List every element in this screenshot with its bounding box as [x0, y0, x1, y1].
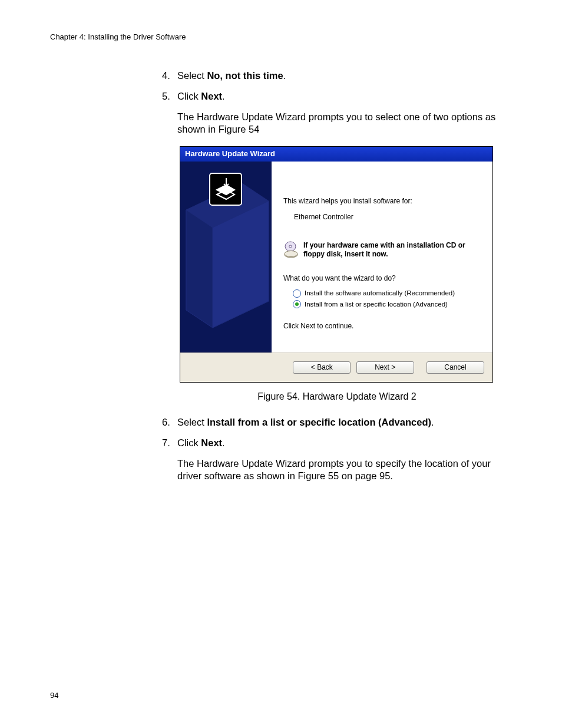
text: .	[222, 437, 225, 448]
cd-icon	[283, 241, 299, 259]
wizard-question: What do you want the wizard to do?	[283, 274, 483, 283]
step-number: 4.	[162, 70, 177, 82]
cancel-button[interactable]: Cancel	[427, 361, 484, 374]
wizard-intro: This wizard helps you install software f…	[283, 197, 483, 206]
radio-unselected-icon	[293, 289, 301, 298]
step-number: 5.	[162, 90, 177, 103]
radio-option-advanced[interactable]: Install from a list or specific location…	[293, 300, 483, 309]
text: Click	[177, 437, 201, 448]
svg-point-9	[289, 245, 292, 248]
bold-text: Next	[201, 91, 222, 101]
text: Select	[177, 417, 207, 427]
bold-text: Next	[201, 437, 222, 448]
wizard-cd-text: If your hardware came with an installati…	[303, 241, 483, 259]
radio-selected-icon	[293, 300, 301, 308]
step-7-paragraph: The Hardware Update Wizard prompts you t…	[177, 457, 512, 482]
wizard-content: This wizard helps you install software f…	[272, 162, 492, 353]
svg-marker-2	[186, 210, 213, 328]
wizard-continue-hint: Click Next to continue.	[283, 322, 483, 331]
step-6: 6. Select Install from a list or specifi…	[162, 416, 512, 429]
wizard-titlebar: Hardware Update Wizard	[180, 147, 492, 162]
step-text: Select Install from a list or specific l…	[177, 416, 512, 429]
step-5-paragraph: The Hardware Update Wizard prompts you t…	[177, 111, 512, 136]
radio-option-automatic[interactable]: Install the software automatically (Reco…	[293, 289, 483, 298]
step-number: 6.	[162, 416, 177, 429]
radio-label: Install from a list or specific location…	[305, 300, 448, 309]
bold-text: No, not this time	[207, 70, 283, 81]
text: .	[431, 417, 434, 427]
text: Select	[177, 70, 207, 81]
step-text: Click Next.	[177, 90, 512, 103]
step-5: 5. Click Next.	[162, 90, 512, 103]
step-4: 4. Select No, not this time.	[162, 70, 512, 82]
svg-point-11	[285, 251, 297, 256]
bold-text: Install from a list or specific location…	[207, 417, 431, 427]
next-button[interactable]: Next >	[356, 361, 414, 374]
text: Click	[177, 91, 201, 101]
text: .	[283, 70, 286, 81]
back-button[interactable]: < Back	[293, 361, 351, 374]
page-number: 94	[50, 691, 58, 700]
step-text: Click Next.	[177, 437, 512, 449]
wizard-sidebar	[180, 162, 272, 353]
wizard-dialog: Hardware Update Wizard	[180, 146, 493, 383]
radio-label: Install the software automatically (Reco…	[305, 289, 455, 298]
step-number: 7.	[162, 437, 177, 449]
content-area: 4. Select No, not this time. 5. Click Ne…	[162, 70, 512, 482]
step-text: Select No, not this time.	[177, 70, 512, 82]
wizard-device-name: Ethernet Controller	[294, 213, 483, 222]
wizard-sidebar-icon	[180, 169, 272, 353]
wizard-footer: < Back Next > Cancel	[180, 353, 492, 382]
figure-caption: Figure 54. Hardware Update Wizard 2	[162, 391, 512, 403]
text: .	[222, 91, 225, 101]
chapter-header: Chapter 4: Installing the Driver Softwar…	[50, 32, 512, 41]
step-7: 7. Click Next.	[162, 437, 512, 449]
wizard-cd-hint: If your hardware came with an installati…	[283, 241, 483, 259]
